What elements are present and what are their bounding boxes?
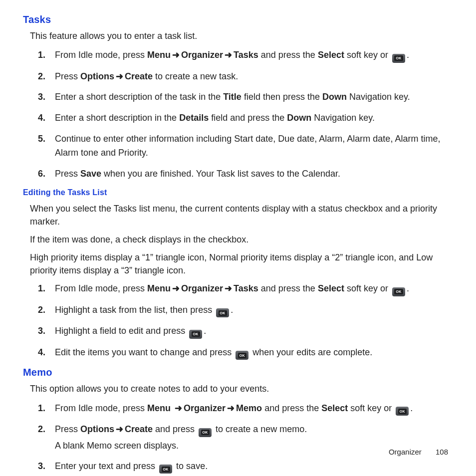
footer-page-number: 108: [436, 448, 448, 456]
text: Enter your text and press: [55, 461, 158, 471]
bold-title: Title: [223, 92, 241, 102]
ok-key-icon: OK: [216, 308, 229, 317]
footer-section: Organizer: [389, 448, 422, 456]
bold-memo: Memo: [236, 403, 262, 413]
text: From Idle mode, press: [55, 283, 147, 293]
tasks-step-4: Enter a short description in the Details…: [55, 111, 453, 125]
ok-key-label: OK: [201, 430, 210, 435]
memo-steps: From Idle mode, press Menu ➜Organizer➜Me…: [23, 402, 453, 474]
ok-key-label: OK: [162, 467, 170, 472]
arrow-icon: ➜: [226, 403, 236, 413]
page-footer: Organizer 108: [389, 448, 448, 456]
bold-menu: Menu: [147, 403, 171, 413]
text: Enter a short description of the task in…: [55, 92, 223, 102]
bold-create: Create: [125, 424, 153, 434]
text: Highlight a field to edit and press: [55, 326, 188, 336]
text: .: [204, 326, 206, 336]
editing-p3: High priority items display a “1” triang…: [30, 251, 453, 277]
ok-key-label: OK: [238, 353, 246, 358]
editing-p1: When you select the Tasks list menu, the…: [30, 202, 453, 228]
text: Highlight a task from the list, then pre…: [55, 305, 215, 315]
bold-down: Down: [287, 113, 311, 123]
arrow-icon: ➜: [171, 50, 181, 60]
text: Press: [55, 169, 80, 179]
text: field then press the: [241, 92, 322, 102]
text: Press: [55, 424, 80, 434]
ok-key-icon: OK: [189, 330, 202, 339]
ok-key-icon: OK: [392, 287, 405, 296]
memo-heading: Memo: [23, 367, 453, 378]
ok-key-icon: OK: [236, 351, 248, 360]
text: and press the: [258, 50, 318, 60]
ok-key-icon: OK: [159, 465, 172, 474]
arrow-icon: ➜: [114, 424, 125, 434]
arrow-icon: ➜: [223, 50, 234, 60]
text: Edit the items you want to change and pr…: [55, 347, 234, 357]
text: .: [407, 50, 409, 60]
text: and press: [153, 424, 197, 434]
bold-select: Select: [318, 283, 344, 293]
ok-key-label: OK: [394, 289, 403, 294]
text: soft key or: [348, 403, 394, 413]
arrow-icon: ➜: [114, 71, 125, 81]
text: Enter a short description in the: [55, 113, 179, 123]
text: Navigation key.: [311, 113, 375, 123]
memo-step-3: Enter your text and press OK to save.: [55, 460, 453, 474]
tasks-heading: Tasks: [23, 14, 453, 25]
text: From Idle mode, press: [55, 403, 147, 413]
ok-key-label: OK: [192, 331, 200, 337]
tasks-steps: From Idle mode, press Menu➜Organizer➜Tas…: [23, 48, 453, 181]
text: Press: [55, 71, 80, 81]
editing-p2: If the item was done, a check displays i…: [30, 233, 453, 246]
text: soft key or: [344, 283, 391, 293]
tasks-step-2: Press Options➜Create to create a new tas…: [55, 70, 453, 84]
editing-heading: Editing the Tasks List: [23, 188, 453, 197]
bold-menu: Menu: [147, 283, 171, 293]
ok-key-icon: OK: [396, 407, 409, 416]
ok-key-icon: OK: [392, 54, 405, 63]
bold-select: Select: [318, 50, 344, 60]
bold-organizer: Organizer: [181, 50, 223, 60]
editing-step-2: Highlight a task from the list, then pre…: [55, 303, 453, 318]
tasks-step-3: Enter a short description of the task in…: [55, 90, 453, 104]
editing-step-3: Highlight a field to edit and press OK.: [55, 324, 453, 339]
bold-save: Save: [80, 169, 101, 179]
bold-menu: Menu: [147, 50, 171, 60]
text: field and press the: [209, 113, 287, 123]
tasks-step-6: Press Save when you are finished. Your T…: [55, 167, 453, 181]
text: when your edits are complete.: [250, 347, 372, 357]
ok-key-label: OK: [394, 55, 403, 61]
editing-steps: From Idle mode, press Menu➜Organizer➜Tas…: [23, 282, 453, 360]
editing-step-1: From Idle mode, press Menu➜Organizer➜Tas…: [55, 282, 453, 296]
bold-organizer: Organizer: [181, 283, 223, 293]
ok-key-label: OK: [398, 409, 407, 414]
memo-intro: This option allows you to create notes t…: [30, 382, 453, 395]
arrow-icon: ➜: [173, 403, 184, 413]
text: and press the: [258, 283, 318, 293]
text: to create a new memo.: [213, 424, 307, 434]
bold-select: Select: [321, 403, 348, 413]
tasks-intro: This feature allows you to enter a task …: [30, 29, 453, 42]
arrow-icon: ➜: [223, 283, 234, 293]
tasks-step-5: Continue to enter other information incl…: [55, 132, 453, 160]
text: soft key or: [344, 50, 391, 60]
text: .: [410, 403, 413, 413]
text: .: [231, 305, 233, 315]
text: From Idle mode, press: [55, 50, 147, 60]
text: .: [407, 283, 409, 293]
text: to create a new task.: [153, 71, 238, 81]
bold-organizer: Organizer: [184, 403, 226, 413]
text: Navigation key.: [347, 92, 410, 102]
bold-options: Options: [80, 424, 114, 434]
text: when you are finished. Your Task list sa…: [101, 169, 340, 179]
bold-tasks: Tasks: [234, 283, 258, 293]
text: to save.: [174, 461, 208, 471]
editing-step-4: Edit the items you want to change and pr…: [55, 346, 453, 360]
bold-options: Options: [80, 71, 114, 81]
bold-tasks: Tasks: [234, 50, 258, 60]
ok-key-label: OK: [219, 310, 227, 316]
bold-details: Details: [179, 113, 209, 123]
ok-key-icon: OK: [199, 428, 212, 437]
tasks-step-1: From Idle mode, press Menu➜Organizer➜Tas…: [55, 48, 453, 63]
arrow-icon: ➜: [171, 283, 181, 293]
